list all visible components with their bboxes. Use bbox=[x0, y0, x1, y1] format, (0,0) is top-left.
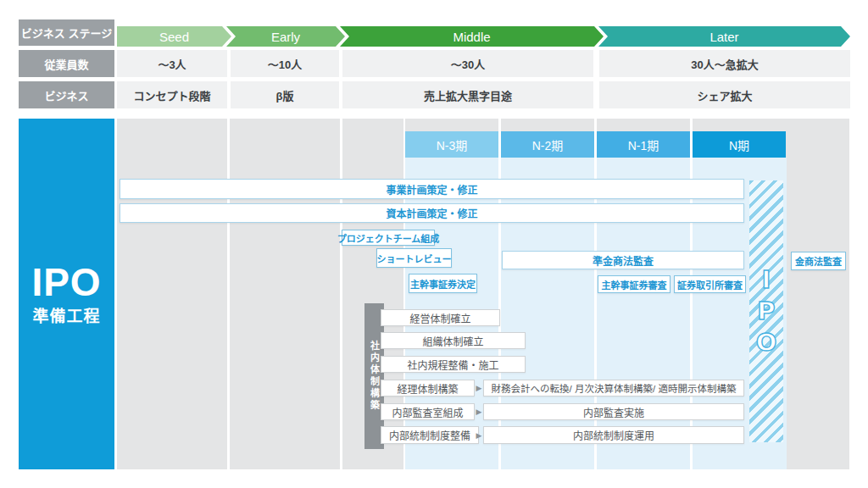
stage-band-middle: Middle bbox=[340, 26, 604, 47]
ipo-roadmap-diagram: ビジネス ステージ 従業員数 ビジネス Seed Early Middle La… bbox=[0, 0, 868, 488]
ipo-goal-column: I P O bbox=[749, 180, 783, 442]
task-bar-pre-fiel-audit: 準金商法監査 bbox=[502, 251, 744, 269]
stage-band-seed: Seed bbox=[117, 26, 231, 47]
column-divider bbox=[340, 119, 342, 469]
task-box-project-team: プロジェクトチーム組成 bbox=[342, 230, 435, 246]
business-later: シェア拡大 bbox=[599, 81, 850, 108]
task-box-accounting-structure: 経理体制構築 bbox=[381, 380, 475, 396]
row-label-business-stage: ビジネス ステージ bbox=[19, 19, 114, 46]
task-box-lead-underwriter-decision: 主幹事証券決定 bbox=[409, 274, 477, 293]
employees-middle: ～30人 bbox=[342, 50, 593, 77]
period-header-n: N期 bbox=[693, 131, 786, 158]
task-bar-business-plan: 事業計画策定・修正 bbox=[120, 179, 744, 199]
row-label-employees: 従業員数 bbox=[19, 50, 114, 77]
task-box-org-structure: 組織体制確立 bbox=[381, 332, 526, 349]
task-box-financial-accounting-transition: 財務会計への転換/ 月次決算体制構築/ 適時開示体制構築 bbox=[483, 380, 744, 396]
column-divider bbox=[227, 119, 230, 469]
stage-band-later: Later bbox=[598, 26, 850, 47]
task-box-underwriter-examination: 主幹事証券審査 bbox=[598, 275, 670, 293]
ipo-process-block: IPO 準備工程 bbox=[19, 119, 114, 469]
period-header-n2: N-2期 bbox=[501, 131, 594, 158]
arrow-right-icon: ▶ bbox=[476, 380, 482, 396]
business-early: β版 bbox=[231, 81, 339, 108]
employees-later: 30人～急拡大 bbox=[599, 50, 850, 77]
stage-band-early: Early bbox=[226, 26, 345, 47]
business-middle: 売上拡大黒字目途 bbox=[342, 81, 593, 108]
ipo-subtitle: 準備工程 bbox=[32, 303, 100, 326]
arrow-right-icon: ▶ bbox=[476, 403, 482, 420]
period-header-n1: N-1期 bbox=[597, 131, 690, 158]
period-header-n3: N-3期 bbox=[405, 131, 498, 158]
ipo-letter-i: I bbox=[762, 264, 771, 296]
business-seed: コンセプト段階 bbox=[117, 81, 227, 108]
ipo-title: IPO bbox=[31, 263, 101, 302]
ipo-letter-o: O bbox=[756, 327, 777, 358]
task-box-exchange-examination: 証券取引所審査 bbox=[674, 275, 746, 293]
task-box-internal-control-operation: 内部統制制度運用 bbox=[483, 426, 744, 444]
task-box-internal-audit-execution: 内部監査実施 bbox=[483, 403, 744, 420]
task-box-internal-control-setup: 内部統制制度整備 bbox=[381, 426, 479, 444]
task-box-management-structure: 経営体制確立 bbox=[381, 309, 500, 326]
ipo-letter-p: P bbox=[757, 296, 775, 327]
arrow-right-icon: ▶ bbox=[476, 426, 482, 444]
row-label-business: ビジネス bbox=[19, 81, 114, 108]
employees-early: ～10人 bbox=[231, 50, 339, 77]
task-box-internal-rules: 社内規程整備・施工 bbox=[381, 356, 526, 373]
task-bar-capital-plan: 資本計画策定・修正 bbox=[120, 203, 744, 223]
task-box-internal-audit-office: 内部監査室組成 bbox=[381, 403, 475, 420]
internal-structure-label: 社内体制構築 bbox=[368, 341, 381, 412]
task-box-short-review: ショートレビュー bbox=[376, 248, 452, 268]
task-box-fiel-audit: 金商法監査 bbox=[791, 252, 846, 270]
employees-seed: ～3人 bbox=[117, 50, 227, 77]
